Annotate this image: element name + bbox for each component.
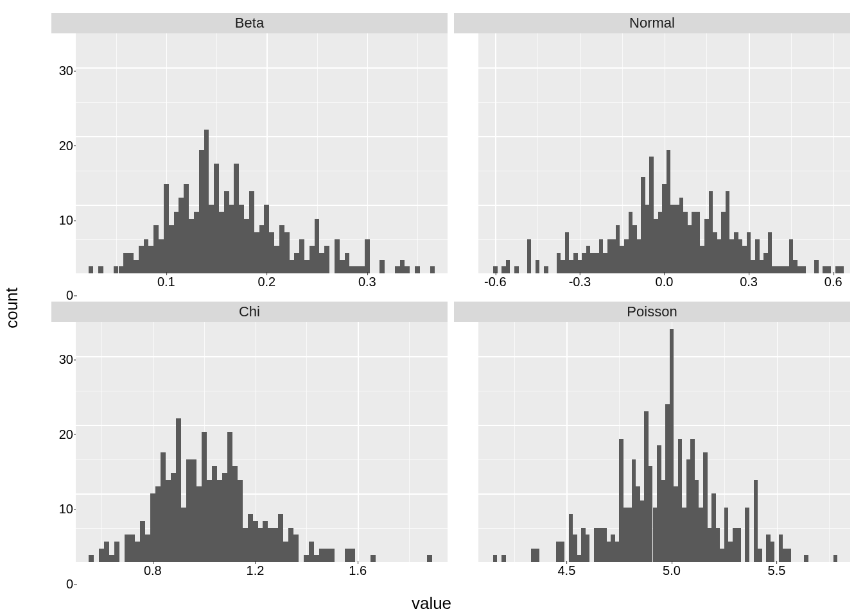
histogram-bar — [209, 205, 214, 273]
histogram-bar — [350, 549, 355, 562]
histogram-bar — [590, 253, 595, 273]
x-tick-label: 1.2 — [247, 563, 265, 578]
histogram-bar — [611, 535, 615, 562]
histogram-bar — [259, 225, 265, 273]
histogram-bar — [789, 239, 794, 273]
histogram-bar — [89, 266, 94, 273]
facet-poisson: Poisson01020304.55.05.5 — [454, 302, 850, 584]
histogram-bar — [304, 260, 309, 273]
histogram-bar — [264, 205, 269, 273]
histogram-bar — [365, 239, 370, 273]
histogram-bar — [184, 184, 189, 273]
histogram-bar — [623, 508, 628, 562]
histogram-bar — [204, 130, 209, 273]
histogram-bar — [785, 266, 789, 273]
histogram-bar — [766, 535, 771, 562]
histogram-bar — [217, 480, 222, 562]
histogram-bar — [653, 508, 658, 562]
histogram-bar — [186, 459, 191, 562]
histogram-bar — [309, 246, 315, 273]
histogram-bar — [704, 219, 709, 273]
histogram-bar — [114, 266, 119, 273]
histogram-bar — [649, 466, 653, 562]
histogram-bar — [801, 266, 806, 273]
histogram-bar — [315, 219, 320, 273]
histogram-bar — [166, 480, 171, 562]
histogram-bar — [171, 473, 176, 562]
histogram-bar — [309, 542, 314, 562]
x-axis: 0.81.21.6 — [76, 562, 448, 584]
histogram-bar — [728, 542, 733, 562]
histogram-bar — [734, 232, 738, 273]
histogram-bar — [569, 260, 573, 273]
histogram-bar — [573, 253, 578, 273]
histogram-bar — [724, 508, 729, 562]
histogram-bar — [219, 212, 224, 273]
histogram-bar — [501, 555, 506, 562]
histogram-bar — [629, 212, 633, 273]
histogram-bar — [827, 266, 832, 273]
histogram-bar — [595, 253, 599, 273]
histogram-bar — [531, 549, 536, 562]
y-tick-label: 10 — [59, 213, 73, 228]
histogram-bar — [130, 535, 135, 562]
y-axis-label: count — [2, 287, 22, 329]
histogram-bar — [268, 528, 273, 562]
histogram-bar — [711, 493, 716, 562]
facet-strip: Normal — [454, 13, 850, 33]
histogram-bar — [119, 266, 124, 273]
histogram-bar — [279, 225, 284, 273]
histogram-bar — [314, 555, 319, 562]
histogram-bar — [340, 260, 345, 273]
histogram-bar — [798, 266, 802, 273]
histogram-bar — [253, 521, 258, 562]
histogram-bar — [273, 528, 278, 562]
histogram-bar — [683, 212, 688, 273]
histogram-bar — [506, 260, 510, 273]
histogram-bar — [569, 514, 573, 562]
histogram-bar — [214, 164, 219, 273]
histogram-bar — [760, 260, 764, 273]
histogram-bar — [535, 549, 539, 562]
histogram-bar — [238, 480, 243, 562]
histogram-bar — [174, 212, 179, 273]
histogram-bar — [135, 542, 140, 562]
histogram-bar — [181, 508, 186, 562]
facet-normal: Normal0102030-0.6-0.30.00.30.6 — [454, 13, 850, 295]
histogram-bar — [720, 549, 724, 562]
histogram-bar — [125, 535, 130, 562]
histogram-bar — [751, 260, 755, 273]
x-tick-label: 4.5 — [557, 563, 575, 578]
histogram-bar — [319, 549, 324, 562]
histogram-bar — [164, 184, 169, 273]
histogram-bar — [675, 205, 679, 273]
histogram-bar — [717, 239, 722, 273]
plot-panel — [76, 33, 448, 273]
histogram-bar — [324, 246, 329, 273]
histogram-bar — [603, 253, 607, 273]
histogram-bar — [400, 260, 405, 273]
x-tick-label: 5.5 — [768, 563, 786, 578]
histogram-bar — [234, 164, 239, 273]
histogram-bar — [700, 246, 704, 273]
histogram-bar — [599, 239, 604, 273]
y-axis: 0102030 — [51, 322, 76, 584]
histogram-bar — [678, 439, 683, 562]
histogram-bar — [501, 266, 506, 273]
histogram-bar — [144, 239, 149, 273]
histogram-bar — [833, 555, 838, 562]
histogram-bar — [840, 266, 844, 273]
histogram-bar — [191, 459, 196, 562]
histogram-bar — [804, 555, 808, 562]
histogram-bar — [658, 212, 663, 273]
plot-panel — [478, 322, 850, 562]
histogram-bar — [607, 239, 612, 273]
histogram-bar — [222, 473, 227, 562]
histogram-bar — [244, 219, 249, 273]
histogram-bar — [688, 225, 692, 273]
histogram-bar — [258, 528, 263, 562]
histogram-bar — [578, 260, 582, 273]
histogram-bar — [632, 459, 636, 562]
histogram-bar — [649, 157, 654, 273]
histogram-bar — [212, 466, 217, 562]
